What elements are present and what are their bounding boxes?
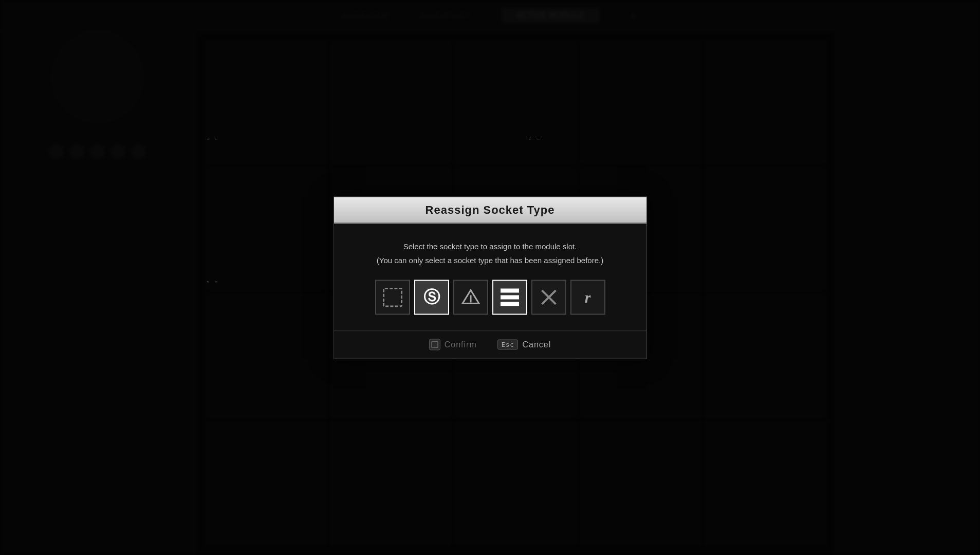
confirm-label: Confirm: [445, 340, 477, 349]
reassign-socket-dialog: Reassign Socket Type Select the socket t…: [334, 197, 647, 359]
socket-icon-empty[interactable]: [375, 280, 410, 315]
socket-icon-r[interactable]: r: [570, 280, 605, 315]
confirm-button[interactable]: Confirm: [429, 339, 477, 350]
triple-bar-icon: [501, 289, 519, 306]
socket-icon-list: Ⓢ r: [344, 280, 636, 315]
modal-description: Select the socket type to assign to the …: [344, 239, 636, 267]
cancel-button[interactable]: Esc Cancel: [497, 340, 551, 350]
x-cross-icon: [539, 288, 559, 307]
socket-icon-x-cross[interactable]: [531, 280, 566, 315]
arrow-up-icon: [461, 288, 480, 307]
modal-footer: Confirm Esc Cancel: [334, 331, 646, 358]
modal-title: Reassign Socket Type: [426, 203, 555, 216]
socket-icon-triple-bar[interactable]: [492, 280, 527, 315]
confirm-key-icon: [429, 339, 440, 350]
socket-icon-c[interactable]: Ⓢ: [414, 280, 449, 315]
modal-header: Reassign Socket Type: [334, 197, 646, 224]
cancel-label: Cancel: [522, 340, 551, 349]
r-letter-icon: r: [585, 289, 591, 306]
corner-marker-tr: - -: [528, 135, 541, 143]
modal-body: Select the socket type to assign to the …: [334, 224, 646, 330]
socket-icon-arrow[interactable]: [453, 280, 488, 315]
corner-marker-tl: - -: [206, 135, 218, 143]
c-symbol-icon: Ⓢ: [423, 286, 440, 309]
empty-square-icon: [383, 288, 402, 307]
corner-marker-bl: - -: [206, 278, 218, 286]
cancel-key-badge: Esc: [497, 340, 519, 350]
svg-rect-1: [432, 342, 438, 348]
